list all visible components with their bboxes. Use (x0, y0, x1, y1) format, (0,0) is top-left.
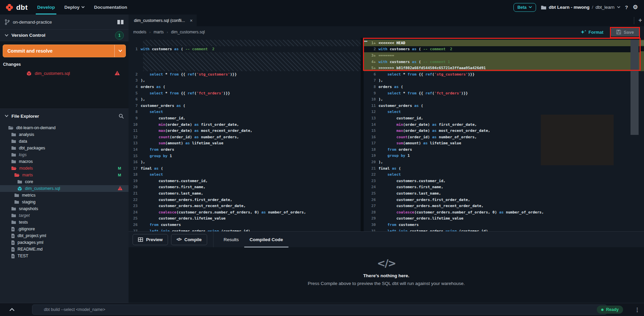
code-line[interactable]: 17final as ( (129, 165, 361, 172)
tree-item-tests[interactable]: tests (0, 219, 129, 226)
code-line[interactable]: 12 count(order_id) as number_of_orders, (129, 134, 361, 140)
code-line[interactable]: 1with customers as ( -- comment 2 (129, 46, 361, 53)
tree-item-logs[interactable]: logs (0, 151, 129, 158)
tree-item-analysis[interactable]: analysis (0, 131, 129, 138)
changed-file-item[interactable]: dim_customers.sql (3, 71, 126, 76)
fold-marker[interactable] (364, 41, 367, 42)
code-line[interactable]: 21 customers.last_name, (129, 190, 361, 197)
code-line[interactable]: 8orders as ( (364, 84, 644, 90)
diff-pane-left[interactable]: 1with customers as ( -- comment 22 selec… (129, 38, 361, 231)
code-line[interactable]: 20 customers.first_name, (129, 184, 361, 191)
code-line[interactable]: 3), (129, 78, 361, 84)
code-line[interactable]: 26 customer_orders.first_order_date, (364, 197, 644, 203)
code-line[interactable]: 2 select * from {{ ref('stg_customers')}… (129, 71, 361, 78)
tree-item-.gitignore[interactable]: .gitignore (0, 226, 129, 232)
code-line[interactable]: 5+>>>>>>> b81f802a66fd544504c65721e3ffaa… (364, 65, 644, 71)
code-line[interactable]: 21final as ( (364, 165, 644, 172)
code-line[interactable]: 26 from customers (129, 222, 361, 228)
ready-status-badge[interactable]: Ready (597, 306, 623, 314)
split-sash[interactable] (361, 38, 364, 231)
code-line[interactable]: 30 from customers (364, 222, 644, 228)
preview-button[interactable]: Preview (133, 234, 168, 245)
tree-item-dbt_project.yml[interactable]: dbt_project.yml (0, 232, 129, 239)
code-line[interactable]: 8 select (129, 109, 361, 115)
code-line[interactable]: 22 select (364, 171, 644, 178)
editor-scrollbar-thumb[interactable] (631, 40, 639, 135)
code-line[interactable]: 23 customer_orders.most_recent_order_dat… (129, 203, 361, 209)
tree-item-target[interactable]: target (0, 212, 129, 219)
code-line[interactable]: 10), (364, 96, 644, 103)
tree-item-metrics[interactable]: metrics (0, 192, 129, 199)
code-line[interactable]: 9 customer_id, (129, 115, 361, 121)
commit-and-resolve-button[interactable]: Commit and resolve (3, 45, 126, 57)
beta-dropdown[interactable]: Beta (513, 3, 536, 12)
kebab-menu-icon[interactable]: ⋮ (635, 307, 640, 313)
tree-item-marts[interactable]: martsM (0, 172, 129, 178)
code-line[interactable]: 18 select (129, 171, 361, 178)
code-line[interactable]: 7), (364, 78, 644, 84)
format-button[interactable]: ✦+ Format (581, 29, 603, 35)
code-line[interactable]: 6 select * from {{ ref('stg_customers')}… (364, 71, 644, 78)
code-line[interactable]: 15 group by 1 (129, 153, 361, 159)
code-line[interactable]: 22 customer_orders.first_order_date, (129, 197, 361, 203)
breadcrumb-file[interactable]: dim_customers.sql (171, 30, 205, 34)
expand-panel-chevron-icon[interactable] (9, 308, 15, 311)
tree-item-packages.yml[interactable]: packages.yml (0, 239, 129, 246)
tree-item-data[interactable]: data (0, 138, 129, 145)
code-line[interactable]: 25 customer_orders.lifetime_value (129, 216, 361, 222)
tree-item-models[interactable]: modelsM (0, 165, 129, 172)
code-line[interactable]: 28 coalesce(customer_orders.number_of_or… (364, 209, 644, 216)
git-branch-row[interactable]: on-demand-practice (0, 15, 129, 30)
editor-tab[interactable]: dim_customers.sql (confli... × (129, 15, 197, 26)
code-line[interactable]: 27 left join customer_orders using (cust… (129, 228, 361, 231)
nav-develop[interactable]: Develop (32, 0, 60, 15)
docs-book-icon[interactable] (117, 20, 124, 25)
search-icon[interactable] (119, 114, 124, 119)
code-line[interactable]: 11customer_orders as ( (364, 103, 644, 109)
nav-documentation[interactable]: Documentation (89, 0, 132, 15)
save-button[interactable]: Save (611, 28, 639, 36)
code-line[interactable]: 13 sum(amount) as lifetime_value (129, 140, 361, 147)
code-line[interactable]: 25 customers.last_name, (364, 190, 644, 197)
tree-item-macros[interactable]: macros (0, 158, 129, 165)
compile-button[interactable]: </> Compile (171, 234, 207, 245)
tree-item-snapshots[interactable]: snapshots (0, 205, 129, 212)
code-line[interactable]: 23 customers.customer_id, (364, 178, 644, 184)
code-line[interactable]: 16), (129, 159, 361, 165)
tree-item-README.md[interactable]: README.md (0, 246, 129, 253)
code-line[interactable]: 3+======= (364, 52, 644, 59)
tree-item-dim_customers.sql[interactable]: dim_customers.sql (0, 185, 129, 192)
tree-item-staging[interactable]: staging (0, 199, 129, 205)
tab-compiled-code[interactable]: Compiled Code (250, 232, 283, 248)
settings-gear-icon[interactable]: ⚙ (633, 4, 638, 11)
project-selector[interactable]: dbt Learn - mwong / dbt_learn (541, 5, 620, 10)
code-line[interactable]: 4orders as ( (129, 84, 361, 90)
close-tab-icon[interactable]: × (190, 18, 193, 23)
code-line[interactable]: 12 select (364, 109, 644, 115)
new-tab-icon[interactable]: + (638, 17, 642, 24)
code-line[interactable]: 24 coalesce(customer_orders.number_of_or… (129, 209, 361, 216)
tree-item-dbt-learn-on-demand[interactable]: dbt-learn-on-demand (0, 124, 129, 131)
code-line[interactable]: 6), (129, 96, 361, 103)
code-line[interactable]: 2with customers as ( -- comment 2 (364, 46, 644, 53)
code-line[interactable]: 5 select * from {{ ref('fct_orders')}} (129, 90, 361, 96)
nav-deploy[interactable]: Deploy (60, 0, 89, 15)
dbt-logo[interactable]: dbt (0, 3, 32, 12)
code-line[interactable]: 11 max(order_date) as most_recent_order_… (129, 127, 361, 134)
commit-options-caret[interactable] (114, 45, 125, 57)
tab-results[interactable]: Results (224, 232, 239, 248)
code-line[interactable]: 1+<<<<<<< HEAD (364, 40, 644, 46)
code-line[interactable]: 29 customer_orders.lifetime_value (364, 216, 644, 222)
breadcrumb-models[interactable]: models (133, 30, 146, 34)
help-icon[interactable]: ? (625, 4, 628, 10)
code-line[interactable]: 7customer_orders as ( (129, 103, 361, 109)
code-line[interactable]: 31 left join customer_orders using (cust… (364, 228, 644, 231)
code-line[interactable]: 19 customers.customer_id, (129, 178, 361, 184)
breadcrumb-marts[interactable]: marts (153, 30, 164, 34)
code-line[interactable]: 27 customer_orders.most_recent_order_dat… (364, 203, 644, 209)
tree-item-TEST[interactable]: TEST (0, 253, 129, 259)
code-line[interactable]: 24 customers.first_name, (364, 184, 644, 191)
code-line[interactable]: 10 min(order_date) as first_order_date, (129, 121, 361, 128)
command-input[interactable]: dbt build --select <model_name> (32, 305, 607, 315)
tree-item-core[interactable]: core (0, 178, 129, 185)
